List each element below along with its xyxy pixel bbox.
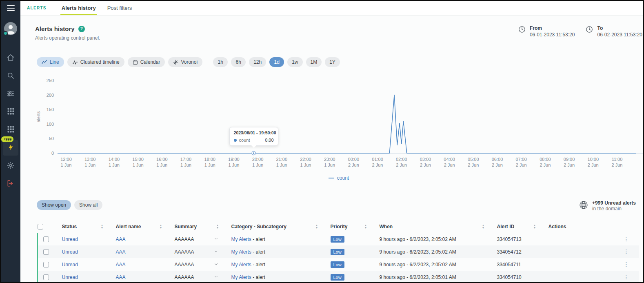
svg-text:2 Jun: 2 Jun <box>492 163 503 167</box>
svg-text:10:00: 10:00 <box>588 157 599 162</box>
column-header-status: Status <box>62 224 77 230</box>
chart-view-line-button[interactable]: Line <box>37 57 64 67</box>
date-from-picker[interactable]: From 06-01-2023 11:53:20 <box>518 25 575 38</box>
menu-toggle-button[interactable] <box>1 1 20 16</box>
expand-summary-button[interactable] <box>213 235 219 243</box>
chart-range-1m-button[interactable]: 1M <box>306 57 322 67</box>
sidebar-item-filters[interactable] <box>1 85 20 103</box>
calendar-icon <box>133 60 138 65</box>
sidebar-item-settings[interactable] <box>1 157 20 175</box>
help-icon[interactable]: ? <box>78 26 85 32</box>
alert-name-link[interactable]: AAA <box>116 236 126 242</box>
category-link[interactable]: My Alerts <box>231 274 251 280</box>
chart-range-1w-button[interactable]: 1w <box>287 57 302 67</box>
status-link[interactable]: Unread <box>62 274 78 280</box>
row-actions-button[interactable]: ⋮ <box>624 236 629 242</box>
chart-range-1d-button[interactable]: 1d <box>269 57 284 67</box>
svg-text:22:00: 22:00 <box>300 157 311 162</box>
chart-range-1y-button[interactable]: 1Y <box>325 57 340 67</box>
pill-label: 1Y <box>329 59 335 65</box>
clock-icon <box>585 25 593 38</box>
chart-range-6h-button[interactable]: 6h <box>231 57 246 67</box>
svg-text:1 Jun: 1 Jun <box>156 163 167 167</box>
when-text: 9 hours ago - 6/2/2023, 2:05:02 AM <box>373 233 491 245</box>
expand-summary-button[interactable] <box>213 248 219 256</box>
pill-label: 1h <box>218 59 223 65</box>
sort-icon[interactable]: ▲▼ <box>160 224 162 229</box>
filter-show-open-button[interactable]: Show open <box>37 200 71 210</box>
sidebar-item-home[interactable] <box>1 49 20 67</box>
sidebar-item-logout[interactable] <box>1 175 20 193</box>
svg-text:1 Jun: 1 Jun <box>180 163 191 167</box>
svg-text:00:00: 00:00 <box>348 157 360 162</box>
svg-text:150: 150 <box>47 107 54 112</box>
table-row: UnreadAAAAAAAAAMy Alerts - alertLow9 hou… <box>38 233 639 245</box>
sort-icon[interactable]: ▲▼ <box>101 224 104 229</box>
sidebar-item-apps[interactable] <box>1 103 20 121</box>
alert-name-link[interactable]: AAA <box>116 262 126 267</box>
summary-text: AAAAAA <box>175 274 194 280</box>
search-icon <box>7 71 15 81</box>
svg-text:2 Jun: 2 Jun <box>540 163 551 167</box>
category-link[interactable]: My Alerts <box>231 236 251 242</box>
sort-icon[interactable]: ▲▼ <box>216 224 219 229</box>
date-to-picker[interactable]: To 06-02-2023 11:53:20 <box>585 25 642 38</box>
chart-view-clustered-timeline-button[interactable]: Clustered timeline <box>67 57 124 67</box>
svg-text:09:00: 09:00 <box>564 157 575 162</box>
select-row-checkbox[interactable] <box>43 236 49 242</box>
row-actions-button[interactable]: ⋮ <box>624 261 629 267</box>
svg-text:alerts: alerts <box>36 111 41 122</box>
chart-view-calendar-button[interactable]: Calendar <box>128 57 165 67</box>
sort-icon[interactable]: ▲▼ <box>533 224 536 229</box>
status-link[interactable]: Unread <box>62 249 78 255</box>
alert-name-link[interactable]: AAA <box>116 274 126 280</box>
legend-item-count[interactable]: count <box>329 175 349 181</box>
to-value: 06-02-2023 11:53:20 <box>597 31 642 38</box>
table-row: UnreadAAAAAAAAAMy Alerts - alertLow9 hou… <box>38 271 639 282</box>
sort-icon[interactable]: ▲▼ <box>364 224 367 229</box>
alerts-chart: alerts05010015020025012:001 Jun13:001 Ju… <box>33 76 643 172</box>
priority-badge: Low <box>331 274 344 281</box>
svg-text:2 Jun: 2 Jun <box>588 163 599 167</box>
select-row-checkbox[interactable] <box>43 262 49 267</box>
tab-alerts-history[interactable]: Alerts history <box>60 1 97 15</box>
expand-summary-button[interactable] <box>213 261 219 268</box>
row-actions-button[interactable]: ⋮ <box>624 274 629 280</box>
status-link[interactable]: Unread <box>62 236 78 242</box>
select-row-checkbox[interactable] <box>43 249 49 255</box>
svg-text:1 Jun: 1 Jun <box>252 163 263 167</box>
svg-text:2 Jun: 2 Jun <box>372 163 383 167</box>
svg-text:1 Jun: 1 Jun <box>109 163 120 167</box>
from-value: 06-01-2023 11:53:20 <box>530 31 575 38</box>
column-header-summary: Summary <box>175 224 197 230</box>
chart-view-voronoi-button[interactable]: Voronoi <box>168 57 202 67</box>
sidebar-item-search[interactable] <box>1 67 20 85</box>
sliders-icon <box>7 89 15 99</box>
svg-text:2 Jun: 2 Jun <box>612 163 623 167</box>
avatar[interactable] <box>4 22 17 35</box>
row-actions-button[interactable]: ⋮ <box>624 249 629 254</box>
pill-label: Calendar <box>140 59 160 65</box>
select-all-checkbox[interactable] <box>38 224 43 230</box>
svg-text:01:00: 01:00 <box>372 157 383 162</box>
sort-icon[interactable]: ▲▼ <box>482 224 485 229</box>
pill-label: 1d <box>274 59 279 65</box>
chart-range-1h-button[interactable]: 1h <box>213 57 228 67</box>
select-row-checkbox[interactable] <box>43 274 49 280</box>
subcategory-text: - alert <box>251 262 265 267</box>
svg-text:1 Jun: 1 Jun <box>228 163 239 167</box>
chart-range-12h-button[interactable]: 12h <box>249 57 266 67</box>
series-dot-icon <box>234 139 237 142</box>
category-link[interactable]: My Alerts <box>231 249 251 255</box>
filter-show-all-button[interactable]: Show all <box>74 200 102 210</box>
status-link[interactable]: Unread <box>62 262 78 267</box>
to-label: To <box>597 25 642 31</box>
alert-name-link[interactable]: AAA <box>116 249 126 255</box>
category-link[interactable]: My Alerts <box>231 262 251 267</box>
sidebar-item-live-alerts[interactable] <box>3 140 18 156</box>
tab-post-filters[interactable]: Post filters <box>106 1 133 15</box>
sort-icon[interactable]: ▲▼ <box>315 224 318 229</box>
chart-controls: LineClustered timelineCalendarVoronoi 1h… <box>37 57 643 67</box>
unread-alerts-summary: +999 Unread alerts in the domain <box>579 200 636 212</box>
expand-summary-button[interactable] <box>213 273 219 281</box>
